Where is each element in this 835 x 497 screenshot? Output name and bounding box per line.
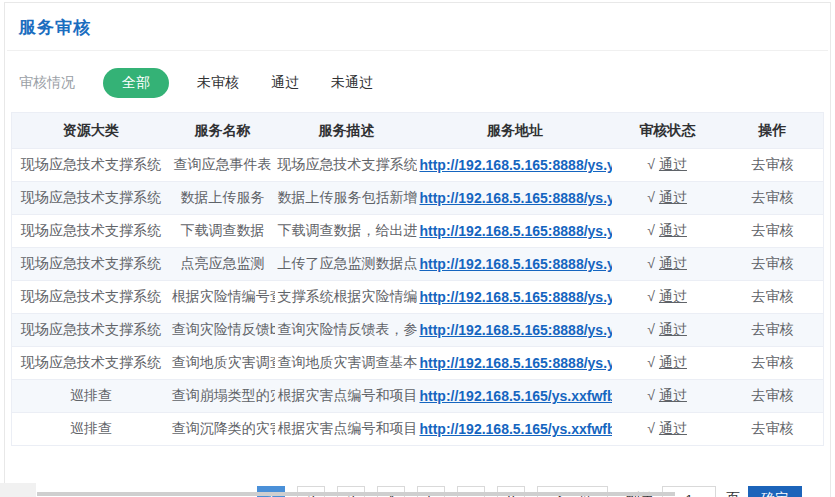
page-title: 服务审核 xyxy=(5,3,830,50)
cell-service-name: 点亮应急监测 xyxy=(170,248,276,281)
status-check-icon: √ xyxy=(647,354,655,370)
cell-service-desc: 根据灾害点编号和项目类... xyxy=(275,413,417,446)
col-header-status: 审核状态 xyxy=(612,113,722,149)
cell-category: 现场应急技术支撑系统 xyxy=(12,314,170,347)
service-url-link[interactable]: http://192.168.5.165:8888/ys.yjz... xyxy=(419,256,612,272)
service-url-link[interactable]: http://192.168.5.165/ys.xxfwfb/s... xyxy=(419,421,612,437)
horizontal-scrollbar-thumb[interactable] xyxy=(37,492,675,496)
cell-service-name: 查询沉降类的灾害点... xyxy=(170,413,276,446)
cell-category: 现场应急技术支撑系统 xyxy=(12,347,170,380)
cell-category: 现场应急技术支撑系统 xyxy=(12,182,170,215)
tab-all[interactable]: 全部 xyxy=(103,68,169,98)
go-audit-button[interactable]: 去审核 xyxy=(751,321,793,337)
cell-category: 现场应急技术支撑系统 xyxy=(12,215,170,248)
status-check-icon: √ xyxy=(647,189,655,205)
status-check-icon: √ xyxy=(647,156,655,172)
col-header-category: 资源大类 xyxy=(12,113,170,149)
cell-service-desc: 下载调查数据，给出进度... xyxy=(275,215,417,248)
table-row: 巡排查 查询沉降类的灾害点... 根据灾害点编号和项目类... http://1… xyxy=(12,413,824,446)
table-row: 现场应急技术支撑系统 根据灾险情编号查询... 支撑系统根据灾险情编号... h… xyxy=(12,281,824,314)
status-badge[interactable]: 通过 xyxy=(659,288,687,304)
cell-service-name: 查询应急事件表 xyxy=(170,149,276,182)
service-audit-table: 资源大类 服务名称 服务描述 服务地址 审核状态 操作 现场应急技术支撑系统 查… xyxy=(11,112,824,446)
service-url-link[interactable]: http://192.168.5.165:8888/ys.yjz... xyxy=(419,190,612,206)
status-badge[interactable]: 通过 xyxy=(659,222,687,238)
status-badge[interactable]: 通过 xyxy=(659,420,687,436)
table-row: 现场应急技术支撑系统 点亮应急监测 上传了应急监测数据点亮... http://… xyxy=(12,248,824,281)
service-url-link[interactable]: http://192.168.5.165:8888/ys.yjz... xyxy=(419,223,612,239)
table-header-row: 资源大类 服务名称 服务描述 服务地址 审核状态 操作 xyxy=(12,113,824,149)
cell-service-desc: 查询地质灾害调查基本信... xyxy=(275,347,417,380)
cell-category: 现场应急技术支撑系统 xyxy=(12,248,170,281)
go-audit-button[interactable]: 去审核 xyxy=(751,420,793,436)
col-header-name: 服务名称 xyxy=(170,113,276,149)
go-audit-button[interactable]: 去审核 xyxy=(751,354,793,370)
cell-category: 巡排查 xyxy=(12,380,170,413)
col-header-action: 操作 xyxy=(722,113,824,149)
col-header-url: 服务地址 xyxy=(417,113,612,149)
go-audit-button[interactable]: 去审核 xyxy=(751,189,793,205)
filter-row: 审核情况 全部 未审核 通过 未通过 xyxy=(5,51,830,112)
status-check-icon: √ xyxy=(647,255,655,271)
cell-service-desc: 现场应急技术支撑系统相... xyxy=(275,149,417,182)
status-badge[interactable]: 通过 xyxy=(659,255,687,271)
go-audit-button[interactable]: 去审核 xyxy=(751,156,793,172)
audit-panel: 服务审核 审核情况 全部 未审核 通过 未通过 资源大类 服务名称 服务描述 服… xyxy=(4,2,831,497)
cell-service-name: 查询灾险情反馈byZ... xyxy=(170,314,276,347)
service-url-link[interactable]: http://192.168.5.165:8888/ys.yjz... xyxy=(419,355,612,371)
cell-service-desc: 上传了应急监测数据点亮... xyxy=(275,248,417,281)
tab-unaudited[interactable]: 未审核 xyxy=(197,74,239,92)
status-badge[interactable]: 通过 xyxy=(659,156,687,172)
table-row: 现场应急技术支撑系统 下载调查数据 下载调查数据，给出进度... http://… xyxy=(12,215,824,248)
table-row: 现场应急技术支撑系统 数据上传服务 数据上传服务包括新增应... http://… xyxy=(12,182,824,215)
status-badge[interactable]: 通过 xyxy=(659,387,687,403)
cell-service-desc: 数据上传服务包括新增应... xyxy=(275,182,417,215)
service-url-link[interactable]: http://192.168.5.165:8888/ys.yjz... xyxy=(419,157,612,173)
goto-page-suffix: 页 xyxy=(726,490,740,497)
table-row: 巡排查 查询崩塌类型的灾害... 根据灾害点编号和项目类... http://1… xyxy=(12,380,824,413)
service-url-link[interactable]: http://192.168.5.165/ys.xxfwfb/s... xyxy=(419,388,612,404)
status-badge[interactable]: 通过 xyxy=(659,321,687,337)
cell-service-name: 查询崩塌类型的灾害... xyxy=(170,380,276,413)
status-check-icon: √ xyxy=(647,321,655,337)
go-audit-button[interactable]: 去审核 xyxy=(751,387,793,403)
go-audit-button[interactable]: 去审核 xyxy=(751,255,793,271)
status-badge[interactable]: 通过 xyxy=(659,189,687,205)
cell-service-desc: 查询灾险情反馈表，参数... xyxy=(275,314,417,347)
service-url-link[interactable]: http://192.168.5.165:8888/ys.yjz... xyxy=(419,322,612,338)
cell-category: 巡排查 xyxy=(12,413,170,446)
cell-service-name: 下载调查数据 xyxy=(170,215,276,248)
status-check-icon: √ xyxy=(647,387,655,403)
cell-service-name: 查询地质灾害调查基... xyxy=(170,347,276,380)
tab-passed[interactable]: 通过 xyxy=(271,74,299,92)
cell-category: 现场应急技术支撑系统 xyxy=(12,149,170,182)
cell-service-name: 根据灾险情编号查询... xyxy=(170,281,276,314)
scrollbar-corner xyxy=(0,483,36,497)
go-audit-button[interactable]: 去审核 xyxy=(751,222,793,238)
cell-service-desc: 支撑系统根据灾险情编号... xyxy=(275,281,417,314)
go-audit-button[interactable]: 去审核 xyxy=(751,288,793,304)
status-check-icon: √ xyxy=(647,288,655,304)
status-check-icon: √ xyxy=(647,222,655,238)
table-row: 现场应急技术支撑系统 查询应急事件表 现场应急技术支撑系统相... http:/… xyxy=(12,149,824,182)
service-url-link[interactable]: http://192.168.5.165:8888/ys.yjz... xyxy=(419,289,612,305)
cell-service-name: 数据上传服务 xyxy=(170,182,276,215)
cell-service-desc: 根据灾害点编号和项目类... xyxy=(275,380,417,413)
filter-label: 审核情况 xyxy=(19,74,75,92)
tab-failed[interactable]: 未通过 xyxy=(331,74,373,92)
cell-category: 现场应急技术支撑系统 xyxy=(12,281,170,314)
status-check-icon: √ xyxy=(647,420,655,436)
table-row: 现场应急技术支撑系统 查询地质灾害调查基... 查询地质灾害调查基本信... h… xyxy=(12,347,824,380)
table-row: 现场应急技术支撑系统 查询灾险情反馈byZ... 查询灾险情反馈表，参数... … xyxy=(12,314,824,347)
confirm-button[interactable]: 确定 xyxy=(748,486,802,497)
col-header-desc: 服务描述 xyxy=(275,113,417,149)
status-badge[interactable]: 通过 xyxy=(659,354,687,370)
